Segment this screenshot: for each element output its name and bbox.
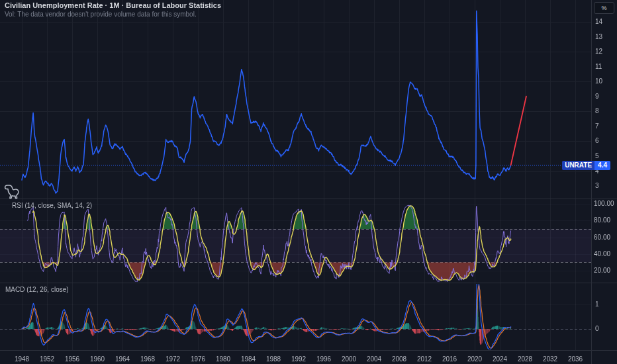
time-tick-label: 2024 — [493, 356, 507, 363]
time-tick-label: 1956 — [65, 356, 79, 363]
time-tick-label: 1980 — [216, 356, 230, 363]
price-tick-label: 9 — [595, 93, 599, 100]
rsi-tick-label: 80.00 — [594, 217, 610, 224]
last-price-label[interactable]: UNRATE 4.4 — [562, 161, 610, 170]
rsi-tick-label: 20.00 — [594, 267, 610, 274]
time-tick-label: 1968 — [140, 356, 155, 363]
time-tick-label: 1952 — [40, 356, 54, 363]
rsi-tick-label: 60.00 — [594, 234, 610, 241]
price-tick-label: 14 — [595, 19, 602, 25]
time-tick-label: 1984 — [241, 356, 256, 363]
rsi-tick-label: 100.00 — [594, 201, 614, 207]
macd-tick-label: 0 — [595, 326, 599, 332]
macd-indicator-legend[interactable]: MACD (12, 26, close) — [5, 286, 69, 293]
price-tick-label: 5 — [595, 153, 599, 159]
price-tick-label: 12 — [595, 48, 602, 55]
time-tick-label: 2028 — [518, 356, 532, 363]
last-price-symbol: UNRATE — [562, 161, 594, 170]
time-tick-label: 2004 — [367, 356, 381, 363]
price-scale-unit-button[interactable]: % — [594, 2, 614, 14]
time-tick-label: 1972 — [166, 356, 180, 363]
time-tick-label: 1976 — [191, 356, 205, 363]
time-tick-label: 2032 — [543, 356, 557, 363]
macd-tick-label: 1 — [595, 301, 599, 308]
time-tick-label: 2036 — [568, 356, 583, 363]
chart-window: Civilian Unemployment Rate · 1M · Bureau… — [0, 0, 617, 364]
time-tick-label: 2012 — [417, 356, 432, 363]
volume-status-text: Vol: The data vendor doesn't provide vol… — [5, 11, 197, 18]
time-scale[interactable]: 1948195219561960196419681972197619801984… — [0, 350, 617, 364]
time-tick-label: 2020 — [467, 356, 482, 363]
price-tick-label: 6 — [595, 138, 599, 144]
price-tick-label: 13 — [595, 34, 602, 40]
last-price-value: 4.4 — [594, 161, 610, 170]
symbol-legend-title[interactable]: Civilian Unemployment Rate · 1M · Bureau… — [5, 1, 221, 9]
time-tick-label: 2016 — [442, 356, 457, 363]
rsi-scale[interactable]: 100.0080.0060.0040.0020.00 — [591, 199, 617, 283]
time-tick-label: 1948 — [15, 356, 29, 363]
time-tick-label: 2008 — [392, 356, 406, 363]
rsi-indicator-legend[interactable]: RSI (14, close, SMA, 14, 2) — [12, 202, 92, 209]
time-tick-label: 1992 — [291, 356, 306, 363]
dinosaur-drawing-icon — [3, 183, 20, 201]
time-tick-label: 1988 — [266, 356, 281, 363]
time-tick-label: 1960 — [90, 356, 105, 363]
time-tick-label: 2000 — [342, 356, 356, 363]
price-tick-label: 8 — [595, 108, 599, 114]
price-tick-label: 11 — [595, 64, 602, 70]
time-tick-label: 1964 — [115, 356, 130, 363]
price-tick-label: 3 — [595, 183, 599, 189]
price-tick-label: 10 — [595, 78, 602, 85]
time-tick-label: 1996 — [316, 356, 331, 363]
chart-canvas[interactable] — [0, 0, 617, 364]
rsi-tick-label: 40.00 — [594, 251, 610, 257]
price-tick-label: 7 — [595, 123, 599, 130]
macd-scale[interactable]: 10 — [591, 283, 617, 350]
